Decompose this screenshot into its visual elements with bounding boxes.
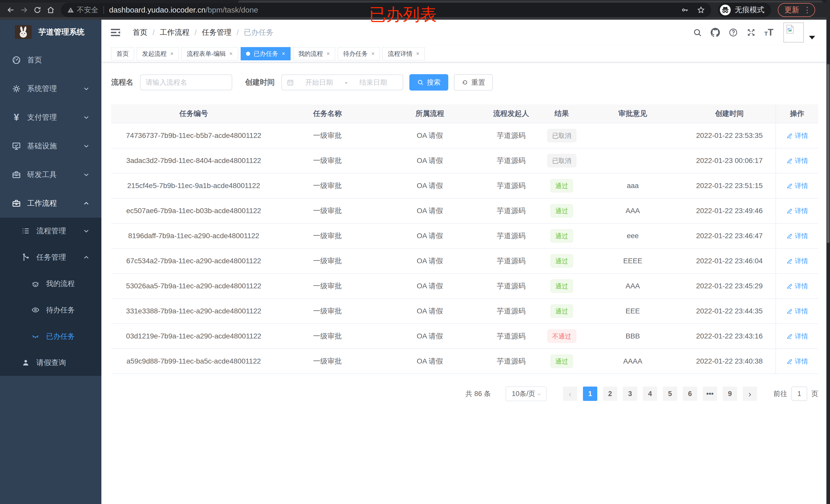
update-button[interactable]: 更新 ⋮: [778, 3, 815, 17]
close-icon[interactable]: ×: [327, 51, 330, 57]
detail-link[interactable]: 详情: [786, 357, 808, 366]
close-icon[interactable]: ×: [170, 51, 173, 57]
detail-link[interactable]: 详情: [786, 156, 808, 165]
detail-link[interactable]: 详情: [786, 206, 808, 215]
sidebar-item-label: 流程管理: [36, 226, 83, 236]
detail-link[interactable]: 详情: [786, 181, 808, 190]
column-header: 创建时间: [683, 109, 775, 119]
reset-button[interactable]: 重置: [454, 74, 493, 91]
prev-page-button[interactable]: ‹: [563, 387, 577, 401]
sidebar-item-infra[interactable]: 基础设施: [0, 132, 101, 160]
breadcrumb-item[interactable]: 任务管理: [202, 27, 231, 38]
starter-cell: 芋道源码: [481, 256, 541, 266]
chevron-up-icon: [83, 200, 90, 207]
detail-link[interactable]: 详情: [786, 307, 808, 316]
page-button-active[interactable]: 1: [583, 387, 597, 401]
detail-link[interactable]: 详情: [786, 282, 808, 291]
page-button[interactable]: 6: [683, 387, 697, 401]
page-button[interactable]: 9: [723, 387, 737, 401]
browser-forward-icon[interactable]: [18, 4, 31, 16]
update-label[interactable]: 更新: [785, 5, 799, 15]
status-badge: 通过: [550, 254, 573, 268]
browser-active-tab[interactable]: [238, 1, 823, 3]
tab-home[interactable]: 首页: [111, 47, 134, 60]
page-button[interactable]: 4: [643, 387, 657, 401]
avatar[interactable]: [784, 23, 804, 42]
browser-home-icon[interactable]: [44, 4, 57, 16]
scrollbar-thumb[interactable]: [827, 64, 829, 243]
sidebar-item-system[interactable]: 系统管理: [0, 74, 101, 103]
tab-process-detail[interactable]: 流程详情×: [382, 47, 425, 60]
breadcrumb-item[interactable]: 首页: [133, 27, 148, 38]
github-icon[interactable]: [711, 28, 720, 37]
sidebar-item-task-mgmt[interactable]: 任务管理: [0, 244, 101, 270]
search-button[interactable]: 搜索: [409, 74, 448, 91]
status-badge: 不通过: [547, 330, 576, 343]
id-cell: 215cf4e5-7b9b-11ec-9a1b-acde48001122: [111, 182, 276, 190]
window-scrollbar[interactable]: [826, 0, 830, 504]
browser-menu-icon[interactable]: ⋮: [803, 5, 811, 14]
table-row: 53026aa5-7b9a-11ec-a290-acde48001122一级审批…: [111, 274, 818, 299]
process-name-input[interactable]: [140, 74, 232, 90]
goto-page-input[interactable]: [791, 387, 807, 401]
id-cell: a59c9d88-7b99-11ec-ba5c-acde48001122: [111, 357, 276, 365]
close-icon[interactable]: ×: [282, 51, 285, 57]
starter-cell: 芋道源码: [481, 181, 541, 191]
tab-label: 流程表单-编辑: [187, 49, 226, 58]
browser-reload-icon[interactable]: [31, 4, 44, 16]
tab-todo-tasks[interactable]: 待办任务×: [338, 47, 380, 60]
search-icon[interactable]: [693, 28, 702, 37]
font-size-icon[interactable]: TT: [764, 27, 773, 38]
logo-row[interactable]: 芋道管理系统: [0, 20, 101, 44]
page-ellipsis[interactable]: •••: [703, 387, 717, 401]
start-date-placeholder[interactable]: 开始日期: [294, 78, 344, 87]
next-page-button[interactable]: ›: [743, 387, 757, 401]
comment-cell: BBB: [582, 332, 683, 340]
date-range-input[interactable]: 开始日期 - 结束日期: [281, 74, 403, 90]
fullscreen-icon[interactable]: [746, 28, 756, 37]
name-cell: 一级审批: [276, 231, 379, 241]
sidebar-item-home[interactable]: 首页: [0, 46, 101, 74]
detail-link[interactable]: 详情: [786, 332, 808, 341]
active-tab-dot: [246, 52, 250, 56]
security-label[interactable]: 不安全: [77, 5, 98, 15]
avatar-caret-icon[interactable]: [809, 36, 815, 39]
page-button[interactable]: 3: [623, 387, 637, 401]
sidebar-item-todo-tasks[interactable]: 待办任务: [0, 297, 101, 323]
created-cell: 2022-01-22 23:46:04: [683, 257, 775, 265]
sidebar-item-devtools[interactable]: 研发工具: [0, 160, 101, 189]
starter-cell: 芋道源码: [481, 306, 541, 316]
tab-my-process[interactable]: 我的流程×: [293, 47, 336, 60]
tab-form-edit[interactable]: 流程表单-编辑×: [182, 47, 238, 60]
detail-link[interactable]: 详情: [786, 131, 808, 140]
id-cell: ec507ae6-7b9a-11ec-b03b-acde48001122: [111, 207, 276, 215]
browser-back-icon[interactable]: [4, 4, 18, 16]
sidebar-item-done-tasks[interactable]: 已办任务: [0, 323, 101, 349]
tab-done-tasks[interactable]: 已办任务×: [241, 47, 291, 60]
close-icon[interactable]: ×: [229, 51, 233, 57]
sidebar-item-leave-query[interactable]: 请假查询: [0, 349, 101, 376]
action-cell: 详情: [775, 249, 818, 273]
page-button[interactable]: 2: [603, 387, 617, 401]
key-icon[interactable]: [681, 6, 689, 14]
page-button[interactable]: 5: [663, 387, 677, 401]
page-size-select[interactable]: 10条/页: [506, 386, 547, 401]
detail-link[interactable]: 详情: [786, 257, 808, 266]
close-icon[interactable]: ×: [371, 51, 375, 57]
sidebar-item-my-process[interactable]: 我的流程: [0, 270, 101, 297]
sidebar-item-workflow[interactable]: 工作流程: [0, 189, 101, 218]
sidebar-item-payment[interactable]: ¥支付管理: [0, 103, 101, 132]
help-icon[interactable]: [729, 28, 738, 37]
collapse-sidebar-icon[interactable]: [109, 27, 121, 38]
bookmark-star-icon[interactable]: [697, 6, 705, 14]
close-icon[interactable]: ×: [416, 51, 419, 57]
end-date-placeholder[interactable]: 结束日期: [348, 78, 398, 87]
starter-cell: 芋道源码: [481, 206, 541, 216]
name-cell: 一级审批: [276, 256, 379, 266]
sidebar-item-process-mgmt[interactable]: 流程管理: [0, 218, 101, 244]
tab-start-process[interactable]: 发起流程×: [137, 47, 179, 60]
column-header: 所属流程: [379, 109, 481, 119]
detail-link[interactable]: 详情: [786, 232, 808, 240]
table-row: a59c9d88-7b99-11ec-ba5c-acde48001122一级审批…: [111, 349, 818, 374]
breadcrumb-item[interactable]: 工作流程: [160, 27, 189, 38]
